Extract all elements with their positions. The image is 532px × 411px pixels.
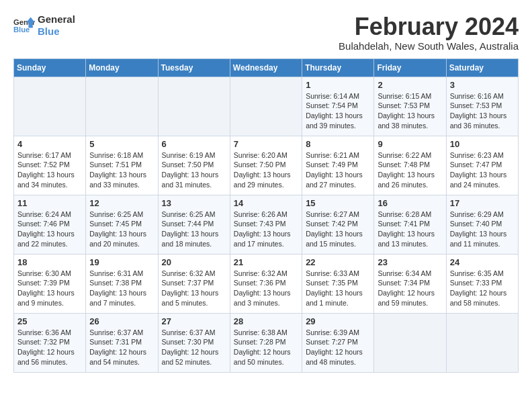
week-row-5: 25Sunrise: 6:36 AMSunset: 7:32 PMDayligh…	[14, 313, 519, 372]
day-number: 18	[17, 257, 82, 267]
day-info: Sunrise: 6:25 AMSunset: 7:44 PMDaylight:…	[162, 210, 226, 249]
day-info: Sunrise: 6:32 AMSunset: 7:36 PMDaylight:…	[234, 269, 298, 308]
day-info: Sunrise: 6:26 AMSunset: 7:43 PMDaylight:…	[234, 210, 298, 249]
day-info: Sunrise: 6:35 AMSunset: 7:33 PMDaylight:…	[450, 269, 515, 308]
day-number: 16	[378, 198, 442, 208]
header-row: Sunday Monday Tuesday Wednesday Thursday…	[14, 58, 519, 77]
day-cell: 29Sunrise: 6:39 AMSunset: 7:27 PMDayligh…	[302, 313, 374, 372]
day-cell: 22Sunrise: 6:33 AMSunset: 7:35 PMDayligh…	[302, 254, 374, 313]
day-info: Sunrise: 6:29 AMSunset: 7:40 PMDaylight:…	[450, 210, 515, 249]
col-wednesday: Wednesday	[230, 58, 302, 77]
day-number: 7	[234, 139, 298, 149]
day-info: Sunrise: 6:25 AMSunset: 7:45 PMDaylight:…	[89, 210, 154, 249]
day-cell: 21Sunrise: 6:32 AMSunset: 7:36 PMDayligh…	[230, 254, 302, 313]
day-cell	[374, 313, 446, 372]
day-cell: 3Sunrise: 6:16 AMSunset: 7:53 PMDaylight…	[446, 77, 518, 136]
logo-line1: General	[38, 13, 75, 26]
day-number: 26	[89, 316, 154, 326]
day-number: 10	[450, 139, 515, 149]
day-info: Sunrise: 6:17 AMSunset: 7:52 PMDaylight:…	[17, 150, 82, 190]
day-number: 15	[306, 198, 370, 208]
col-tuesday: Tuesday	[158, 58, 230, 77]
day-info: Sunrise: 6:33 AMSunset: 7:35 PMDaylight:…	[306, 269, 370, 308]
day-number: 2	[378, 80, 442, 90]
day-number: 24	[450, 257, 515, 267]
day-cell: 9Sunrise: 6:22 AMSunset: 7:48 PMDaylight…	[374, 136, 446, 195]
day-cell: 23Sunrise: 6:34 AMSunset: 7:34 PMDayligh…	[374, 254, 446, 313]
subtitle: Bulahdelah, New South Wales, Australia	[339, 40, 519, 52]
day-info: Sunrise: 6:27 AMSunset: 7:42 PMDaylight:…	[306, 210, 370, 249]
day-cell: 11Sunrise: 6:24 AMSunset: 7:46 PMDayligh…	[14, 195, 86, 254]
col-monday: Monday	[86, 58, 158, 77]
day-cell	[14, 77, 86, 136]
day-info: Sunrise: 6:23 AMSunset: 7:47 PMDaylight:…	[450, 150, 515, 190]
day-cell: 25Sunrise: 6:36 AMSunset: 7:32 PMDayligh…	[14, 313, 86, 372]
week-row-3: 11Sunrise: 6:24 AMSunset: 7:46 PMDayligh…	[14, 195, 519, 254]
day-cell: 18Sunrise: 6:30 AMSunset: 7:39 PMDayligh…	[14, 254, 86, 313]
day-cell: 5Sunrise: 6:18 AMSunset: 7:51 PMDaylight…	[86, 136, 158, 195]
main-title: February 2024	[339, 13, 519, 40]
day-cell: 10Sunrise: 6:23 AMSunset: 7:47 PMDayligh…	[446, 136, 518, 195]
day-cell: 15Sunrise: 6:27 AMSunset: 7:42 PMDayligh…	[302, 195, 374, 254]
day-number: 22	[306, 257, 370, 267]
day-cell: 27Sunrise: 6:37 AMSunset: 7:30 PMDayligh…	[158, 313, 230, 372]
day-number: 4	[17, 139, 82, 149]
day-number: 9	[378, 139, 442, 149]
day-number: 3	[450, 80, 515, 90]
day-info: Sunrise: 6:21 AMSunset: 7:49 PMDaylight:…	[306, 150, 370, 190]
calendar-header: Sunday Monday Tuesday Wednesday Thursday…	[14, 58, 519, 77]
day-info: Sunrise: 6:30 AMSunset: 7:39 PMDaylight:…	[17, 269, 82, 308]
day-info: Sunrise: 6:16 AMSunset: 7:53 PMDaylight:…	[450, 91, 515, 131]
day-cell	[86, 77, 158, 136]
day-number: 11	[17, 198, 82, 208]
day-cell: 17Sunrise: 6:29 AMSunset: 7:40 PMDayligh…	[446, 195, 518, 254]
day-info: Sunrise: 6:19 AMSunset: 7:50 PMDaylight:…	[162, 150, 226, 190]
day-number: 17	[450, 198, 515, 208]
day-cell: 2Sunrise: 6:15 AMSunset: 7:53 PMDaylight…	[374, 77, 446, 136]
day-info: Sunrise: 6:32 AMSunset: 7:37 PMDaylight:…	[162, 269, 226, 308]
col-friday: Friday	[374, 58, 446, 77]
day-info: Sunrise: 6:37 AMSunset: 7:30 PMDaylight:…	[162, 328, 226, 367]
day-info: Sunrise: 6:38 AMSunset: 7:28 PMDaylight:…	[234, 328, 298, 367]
logo-icon: General Blue	[13, 16, 35, 35]
svg-text:Blue: Blue	[13, 26, 30, 34]
day-number: 8	[306, 139, 370, 149]
col-saturday: Saturday	[446, 58, 518, 77]
day-info: Sunrise: 6:15 AMSunset: 7:53 PMDaylight:…	[378, 91, 442, 131]
day-info: Sunrise: 6:34 AMSunset: 7:34 PMDaylight:…	[378, 269, 442, 308]
day-number: 25	[17, 316, 82, 326]
day-number: 21	[234, 257, 298, 267]
day-cell: 1Sunrise: 6:14 AMSunset: 7:54 PMDaylight…	[302, 77, 374, 136]
day-number: 5	[89, 139, 154, 149]
day-info: Sunrise: 6:37 AMSunset: 7:31 PMDaylight:…	[89, 328, 154, 367]
day-cell: 16Sunrise: 6:28 AMSunset: 7:41 PMDayligh…	[374, 195, 446, 254]
week-row-4: 18Sunrise: 6:30 AMSunset: 7:39 PMDayligh…	[14, 254, 519, 313]
day-cell	[446, 313, 518, 372]
day-number: 23	[378, 257, 442, 267]
day-info: Sunrise: 6:31 AMSunset: 7:38 PMDaylight:…	[89, 269, 154, 308]
day-cell: 4Sunrise: 6:17 AMSunset: 7:52 PMDaylight…	[14, 136, 86, 195]
day-info: Sunrise: 6:14 AMSunset: 7:54 PMDaylight:…	[306, 91, 370, 131]
day-cell	[230, 77, 302, 136]
day-cell: 28Sunrise: 6:38 AMSunset: 7:28 PMDayligh…	[230, 313, 302, 372]
day-cell: 19Sunrise: 6:31 AMSunset: 7:38 PMDayligh…	[86, 254, 158, 313]
day-number: 14	[234, 198, 298, 208]
day-number: 1	[306, 80, 370, 90]
day-number: 12	[89, 198, 154, 208]
day-cell: 14Sunrise: 6:26 AMSunset: 7:43 PMDayligh…	[230, 195, 302, 254]
day-number: 28	[234, 316, 298, 326]
col-sunday: Sunday	[14, 58, 86, 77]
title-section: February 2024 Bulahdelah, New South Wale…	[339, 13, 519, 52]
calendar-body: 1Sunrise: 6:14 AMSunset: 7:54 PMDaylight…	[14, 77, 519, 372]
day-cell: 7Sunrise: 6:20 AMSunset: 7:50 PMDaylight…	[230, 136, 302, 195]
day-cell: 6Sunrise: 6:19 AMSunset: 7:50 PMDaylight…	[158, 136, 230, 195]
day-info: Sunrise: 6:24 AMSunset: 7:46 PMDaylight:…	[17, 210, 82, 249]
day-cell: 20Sunrise: 6:32 AMSunset: 7:37 PMDayligh…	[158, 254, 230, 313]
day-cell	[158, 77, 230, 136]
logo-line2: Blue	[38, 26, 75, 38]
day-info: Sunrise: 6:39 AMSunset: 7:27 PMDaylight:…	[306, 328, 370, 367]
week-row-2: 4Sunrise: 6:17 AMSunset: 7:52 PMDaylight…	[14, 136, 519, 195]
logo: General Blue General Blue	[13, 13, 75, 38]
day-cell: 12Sunrise: 6:25 AMSunset: 7:45 PMDayligh…	[86, 195, 158, 254]
day-info: Sunrise: 6:22 AMSunset: 7:48 PMDaylight:…	[378, 150, 442, 190]
